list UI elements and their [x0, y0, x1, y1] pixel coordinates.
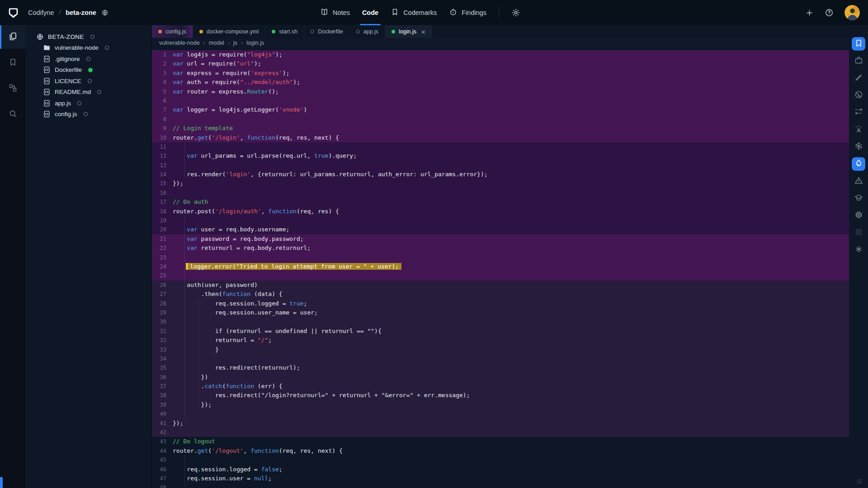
code-line[interactable]: 34	[152, 354, 849, 363]
code-line[interactable]: 15});	[152, 179, 849, 188]
code-line[interactable]: 45	[152, 455, 849, 465]
add-icon[interactable]	[805, 9, 814, 17]
brand-name[interactable]: Codifyne	[28, 9, 54, 16]
code-line[interactable]: 47 req.session.user = null;	[152, 474, 849, 483]
code-line[interactable]: 46 req.session.logged = false;	[152, 465, 849, 474]
right-rail-briefcase[interactable]	[852, 54, 865, 68]
right-rail-brush[interactable]	[852, 71, 865, 85]
code-line[interactable]: 40	[152, 409, 849, 418]
code-line[interactable]: 11	[152, 142, 849, 151]
code-line[interactable]: 16	[152, 188, 849, 197]
code-line[interactable]: 30	[152, 317, 849, 326]
left-rail-tree[interactable]	[0, 77, 25, 100]
breadcrumb-login.js[interactable]: login.js	[246, 40, 264, 46]
code-line[interactable]: 6	[152, 96, 849, 105]
tab-label: login.js	[399, 28, 416, 35]
left-rail-search[interactable]	[0, 103, 25, 126]
code-line[interactable]: 1var log4js = require("log4js");	[152, 50, 849, 59]
code-line[interactable]: 23	[152, 253, 849, 262]
right-rail-presenter[interactable]	[852, 123, 865, 136]
breadcrumb-vulnerable-node[interactable]: vulnerable-node	[159, 40, 200, 46]
tree-item-.gitignore[interactable]: .gitignore	[25, 53, 151, 65]
code-line[interactable]: 36 })	[152, 373, 849, 382]
right-rail-incognito-face[interactable]	[852, 89, 865, 102]
code-line[interactable]: 38 res.redirect("/login?returnurl=" + re…	[152, 391, 849, 400]
right-rail-dots-grid[interactable]	[852, 226, 865, 239]
tab-docker-compose.yml[interactable]: docker-compose.yml	[193, 25, 265, 38]
code-line[interactable]: 39 });	[152, 400, 849, 409]
nav-code[interactable]: Code	[362, 0, 378, 25]
tab-dockerfile[interactable]: Dockerfile	[304, 25, 350, 38]
app-logo-icon[interactable]	[7, 7, 19, 19]
avatar[interactable]	[844, 5, 860, 20]
breadcrumb-js[interactable]: js	[233, 40, 237, 46]
code-line[interactable]: 17// Do auth	[152, 197, 849, 206]
code-line[interactable]: 32 returnurl = "/";	[152, 336, 849, 345]
tree-item-vulnerable-node[interactable]: vulnerable-node	[25, 42, 151, 54]
tree-item-licence[interactable]: LICENCE	[25, 75, 151, 87]
code-line-finding[interactable]: 24 logger.error("Tried to login attempt …	[152, 262, 849, 271]
tree-item-readme.md[interactable]: README.md	[25, 87, 151, 98]
tree-root-beta-zone[interactable]: BETA-ZONE	[25, 31, 151, 42]
code-line[interactable]: 10router.get('/login', function(req, res…	[152, 133, 849, 142]
tab-login.js[interactable]: login.js×	[385, 25, 432, 38]
help-icon[interactable]	[825, 8, 834, 17]
tab-start.sh[interactable]: start.sh	[265, 25, 304, 38]
tab-app.js[interactable]: app.js	[350, 25, 385, 38]
right-rail-warning[interactable]	[852, 174, 865, 188]
right-rail-snowflake[interactable]	[852, 140, 865, 154]
left-rail-files[interactable]	[0, 25, 25, 49]
code-line[interactable]: 2var url = require("url");	[152, 59, 849, 68]
code-line[interactable]: 35 res.redirect(returnurl);	[152, 363, 849, 372]
right-rail-flame[interactable]	[852, 157, 865, 171]
workspace-name[interactable]: beta-zone	[66, 9, 96, 16]
drag-handle-icon[interactable]	[855, 477, 863, 485]
code-line[interactable]: 4var auth = require("../model/auth");	[152, 78, 849, 87]
close-icon[interactable]: ×	[421, 28, 425, 35]
right-rail-chip[interactable]	[852, 209, 865, 222]
file-explorer: BETA-ZONEvulnerable-node.gitignoreDocker…	[25, 25, 152, 488]
code-line[interactable]: 19	[152, 216, 849, 225]
right-rail-bookmark[interactable]	[852, 37, 865, 51]
right-rail-compare-arrows[interactable]	[852, 106, 865, 119]
code-line[interactable]: 44router.get('/logout', function(req, re…	[152, 446, 849, 455]
nav-codemarks[interactable]: Codemarks	[391, 0, 437, 25]
right-rail-graduation-cap[interactable]	[852, 192, 865, 205]
code-line[interactable]: 21 var password = req.body.password;	[152, 235, 849, 244]
right-rail-asterisk[interactable]	[852, 243, 865, 257]
code-area[interactable]: 1var log4js = require("log4js");2var url…	[152, 48, 849, 488]
code-line[interactable]: 26 auth(user, password)	[152, 281, 849, 290]
code-line[interactable]: 3var express = require('express');	[152, 69, 849, 78]
code-line[interactable]: 43// Do logout	[152, 437, 849, 446]
code-line[interactable]: 48	[152, 483, 849, 488]
tree-item-dockerfile[interactable]: Dockerfile	[25, 65, 151, 76]
finding-highlight[interactable]: logger.error("Tried to login attempt fro…	[186, 263, 401, 270]
code-line[interactable]: 41});	[152, 419, 849, 428]
tree-item-app.js[interactable]: app.js	[25, 98, 151, 109]
left-rail-bookmark[interactable]	[0, 51, 25, 75]
code-line[interactable]: 22 var returnurl = req.body.returnurl;	[152, 244, 849, 253]
code-line[interactable]: 7var logger = log4js.getLogger('vnode')	[152, 105, 849, 114]
code-line[interactable]: 42	[152, 428, 849, 437]
code-line[interactable]: 9// Login template	[152, 124, 849, 133]
code-line[interactable]: 18router.post('/login/auth', function(re…	[152, 207, 849, 216]
code-line[interactable]: 13	[152, 161, 849, 170]
code-line[interactable]: 5var router = express.Router();	[152, 87, 849, 96]
code-line[interactable]: 33 }	[152, 345, 849, 354]
code-line[interactable]: 28 req.session.logged = true;	[152, 299, 849, 308]
tree-item-config.js[interactable]: config.js	[25, 109, 151, 120]
tab-config.js[interactable]: config.js	[152, 25, 193, 38]
code-line[interactable]: 29 req.session.user_name = user;	[152, 308, 849, 317]
code-line[interactable]: 25	[152, 271, 849, 280]
code-line[interactable]: 37 .catch(function (err) {	[152, 382, 849, 391]
gear-icon[interactable]	[511, 8, 520, 17]
code-line[interactable]: 31 if (returnurl == undefined || returnu…	[152, 327, 849, 336]
code-line[interactable]: 27 .then(function (data) {	[152, 290, 849, 299]
code-line[interactable]: 12 var url_params = url.parse(req.url, t…	[152, 151, 849, 160]
code-line[interactable]: 8	[152, 115, 849, 124]
nav-findings[interactable]: Findings	[449, 0, 486, 25]
code-line[interactable]: 14 res.render('login', {returnurl: url_p…	[152, 170, 849, 179]
breadcrumb-model[interactable]: model	[209, 40, 224, 46]
code-line[interactable]: 20 var user = req.body.username;	[152, 225, 849, 234]
nav-notes[interactable]: Notes	[320, 0, 350, 25]
